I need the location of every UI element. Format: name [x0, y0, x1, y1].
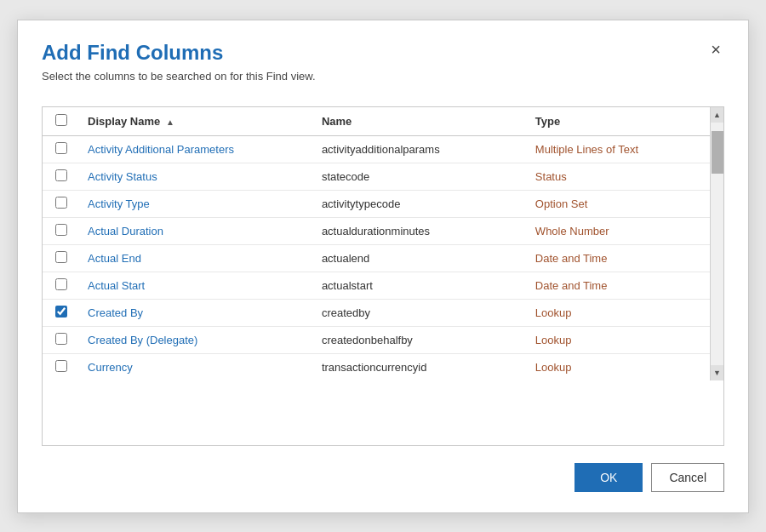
- header-display-name: Display Name ▲: [79, 107, 313, 136]
- row-type: Lookup: [527, 326, 710, 353]
- table-row: Activity TypeactivitytypecodeOption Set: [43, 190, 710, 217]
- table-row: Actual StartactualstartDate and Time: [43, 272, 710, 299]
- scrollbar: ▲ ▼: [710, 107, 723, 380]
- row-checkbox-cell: [43, 217, 79, 244]
- row-checkbox-cell: [43, 135, 79, 163]
- row-checkbox-8[interactable]: [55, 360, 67, 372]
- row-checkbox-3[interactable]: [55, 224, 67, 236]
- row-checkbox-5[interactable]: [55, 278, 67, 290]
- table-inner: Display Name ▲ Name Type Activity Additi…: [43, 107, 710, 380]
- select-all-checkbox[interactable]: [55, 114, 67, 126]
- row-checkbox-1[interactable]: [55, 169, 67, 181]
- row-checkbox-7[interactable]: [55, 333, 67, 345]
- header-type: Type: [527, 107, 710, 136]
- row-type: Date and Time: [527, 244, 710, 272]
- header-checkbox-col: [43, 107, 79, 136]
- row-name: activityadditionalparams: [313, 135, 527, 163]
- table-body: Activity Additional Parametersactivityad…: [43, 135, 710, 380]
- row-type: Whole Number: [527, 217, 710, 244]
- row-name: actualend: [313, 244, 527, 272]
- row-type: Option Set: [527, 190, 710, 217]
- row-checkbox-0[interactable]: [55, 142, 67, 154]
- row-name: transactioncurrencyid: [313, 353, 527, 380]
- columns-table: Display Name ▲ Name Type Activity Additi…: [43, 107, 710, 380]
- row-name: statecode: [313, 163, 527, 190]
- table-row: CurrencytransactioncurrencyidLookup: [43, 353, 710, 380]
- row-type: Lookup: [527, 299, 710, 326]
- row-type: Date and Time: [527, 272, 710, 299]
- row-type: Multiple Lines of Text: [527, 135, 710, 163]
- dialog-title: Add Find Columns: [42, 41, 223, 65]
- ok-button[interactable]: OK: [574, 463, 643, 492]
- row-checkbox-cell: [43, 326, 79, 353]
- scroll-down-button[interactable]: ▼: [711, 365, 724, 380]
- close-button[interactable]: ×: [707, 41, 724, 58]
- row-checkbox-6[interactable]: [55, 306, 67, 317]
- table-row: Activity Additional Parametersactivityad…: [43, 135, 710, 163]
- scroll-track: [711, 123, 724, 365]
- row-display-name: Activity Status: [79, 163, 313, 190]
- row-name: createdonbehalfby: [313, 326, 527, 353]
- row-type: Status: [527, 163, 710, 190]
- row-display-name: Actual Start: [79, 272, 313, 299]
- dialog-header: Add Find Columns ×: [42, 41, 724, 65]
- row-checkbox-cell: [43, 353, 79, 380]
- row-checkbox-4[interactable]: [55, 251, 67, 263]
- table-row: Actual DurationactualdurationminutesWhol…: [43, 217, 710, 244]
- table-header-row: Display Name ▲ Name Type: [43, 107, 710, 136]
- table-row: Created BycreatedbyLookup: [43, 299, 710, 326]
- row-name: createdby: [313, 299, 527, 326]
- row-checkbox-2[interactable]: [55, 197, 67, 209]
- table-row: Actual EndactualendDate and Time: [43, 244, 710, 272]
- row-name: activitytypecode: [313, 190, 527, 217]
- add-find-columns-dialog: Add Find Columns × Select the columns to…: [17, 20, 749, 513]
- row-type: Lookup: [527, 353, 710, 380]
- cancel-button[interactable]: Cancel: [651, 463, 724, 492]
- header-name: Name: [313, 107, 527, 136]
- dialog-footer: OK Cancel: [42, 463, 724, 492]
- row-display-name: Currency: [79, 353, 313, 380]
- row-checkbox-cell: [43, 190, 79, 217]
- row-display-name: Activity Additional Parameters: [79, 135, 313, 163]
- row-name: actualstart: [313, 272, 527, 299]
- row-checkbox-cell: [43, 272, 79, 299]
- row-display-name: Actual End: [79, 244, 313, 272]
- columns-table-container: Display Name ▲ Name Type Activity Additi…: [42, 106, 724, 446]
- dialog-subtitle: Select the columns to be searched on for…: [42, 70, 724, 83]
- row-checkbox-cell: [43, 244, 79, 272]
- row-name: actualdurationminutes: [313, 217, 527, 244]
- sort-arrow-icon: ▲: [166, 117, 174, 127]
- table-scroll-wrapper: Display Name ▲ Name Type Activity Additi…: [43, 107, 723, 380]
- row-checkbox-cell: [43, 299, 79, 326]
- scroll-up-button[interactable]: ▲: [711, 107, 724, 123]
- row-display-name: Created By: [79, 299, 313, 326]
- scroll-thumb[interactable]: [712, 131, 723, 174]
- row-display-name: Actual Duration: [79, 217, 313, 244]
- table-row: Activity StatusstatecodeStatus: [43, 163, 710, 190]
- row-display-name: Created By (Delegate): [79, 326, 313, 353]
- row-checkbox-cell: [43, 163, 79, 190]
- row-display-name: Activity Type: [79, 190, 313, 217]
- table-row: Created By (Delegate)createdonbehalfbyLo…: [43, 326, 710, 353]
